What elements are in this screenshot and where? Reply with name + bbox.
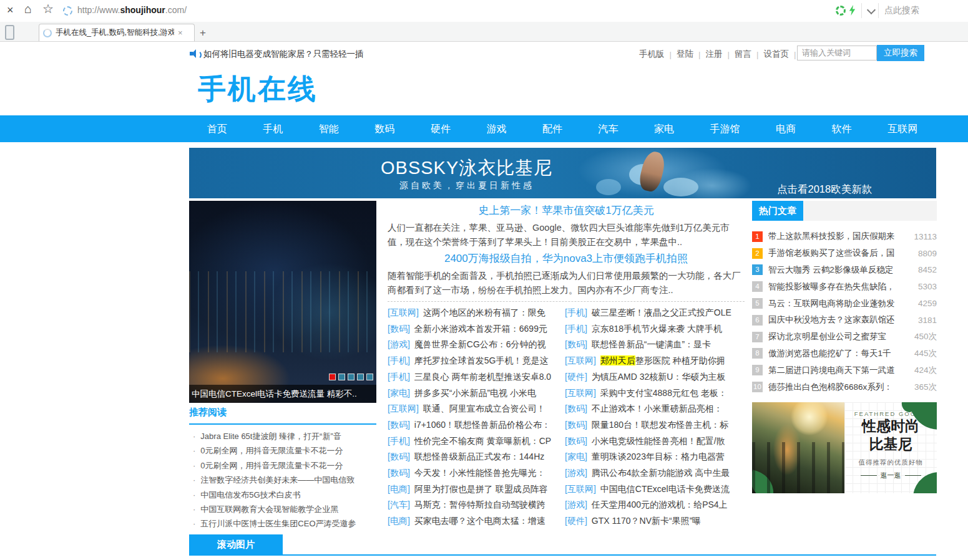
recommend-item[interactable]: ·Jabra Elite 65t捷波朗 臻律，打开“新”音: [189, 429, 376, 443]
chevron-down-icon[interactable]: [867, 6, 876, 14]
news-category-tag[interactable]: [游戏]: [565, 500, 587, 509]
news-category-tag[interactable]: [游戏]: [565, 468, 587, 478]
hot-article-row[interactable]: 1带上这款黑科技投影，国庆假期来13113: [752, 228, 937, 245]
news-category-tag[interactable]: [互联网]: [565, 484, 596, 494]
toolbar-search-input[interactable]: 点此搜索: [884, 5, 919, 16]
news-category-tag[interactable]: [手机]: [388, 436, 410, 446]
news-row[interactable]: [游戏]腾讯公布4款全新功能游戏 高中生最: [565, 465, 745, 481]
news-row[interactable]: [数码]i7+1060！联想怪兽新品价格公布：: [388, 417, 561, 433]
recommend-item[interactable]: ·中国互联网教育大会现智能教学企业黑: [189, 502, 376, 516]
news-category-tag[interactable]: [数码]: [565, 436, 587, 446]
news-category-tag[interactable]: [互联网]: [388, 307, 419, 317]
news-category-tag[interactable]: [互联网]: [388, 403, 419, 413]
news-category-tag[interactable]: [手机]: [565, 324, 587, 334]
nav-item[interactable]: 硬件: [424, 115, 457, 142]
news-category-tag[interactable]: [数码]: [565, 339, 587, 349]
site-logo[interactable]: 手机在线: [198, 70, 318, 108]
slider-dot[interactable]: [348, 374, 354, 380]
news-category-tag[interactable]: [数码]: [565, 403, 587, 413]
news-category-tag[interactable]: [汽车]: [388, 500, 410, 509]
news-category-tag[interactable]: [硬件]: [565, 372, 587, 382]
news-category-tag[interactable]: [手机]: [565, 307, 587, 317]
news-category-tag[interactable]: [家电]: [388, 388, 410, 398]
news-category-tag[interactable]: [电商]: [388, 516, 410, 526]
recommend-item[interactable]: ·中国电信发布5G技术白皮书: [189, 488, 376, 502]
ad-cta[interactable]: 逛一逛: [881, 471, 901, 480]
recommend-item[interactable]: ·五行川派中医博士医生集团CEO严涛受邀参: [189, 516, 376, 531]
news-row[interactable]: [数码]联想怪兽新品“一键满血”：显卡: [565, 337, 745, 353]
featured-headline[interactable]: 2400万海报级自拍，华为nova3上市便领跑手机拍照: [388, 253, 745, 265]
announcement-link[interactable]: 如何将旧电器变成智能家居？只需轻轻一插: [203, 49, 364, 60]
news-row[interactable]: [手机]三星良心 两年前老机型推送安卓8.0: [388, 369, 561, 385]
nav-item[interactable]: 互联网: [881, 115, 924, 142]
nav-item[interactable]: 手游馆: [704, 115, 746, 142]
news-category-tag[interactable]: [游戏]: [388, 339, 410, 349]
news-category-tag[interactable]: [数码]: [388, 451, 410, 461]
hot-article-row[interactable]: 9第二届进口跨境电商天下第一武道424次: [752, 362, 937, 379]
tab-close-icon[interactable]: ×: [178, 28, 183, 37]
recommend-item[interactable]: ·0元刷全网，用抖音无限流量卡不花一分: [189, 443, 376, 458]
news-row[interactable]: [互联网]采购中支付宝4888元红包 老板：: [565, 385, 745, 402]
hot-article-row[interactable]: 6国庆中秋没地方去？这家轰趴馆还3181: [752, 312, 937, 329]
slider-caption[interactable]: 中国电信CTExcel电话卡免费送流量 精彩不..: [189, 385, 376, 403]
nav-item[interactable]: 汽车: [592, 115, 624, 142]
news-category-tag[interactable]: [数码]: [565, 420, 587, 430]
nav-item[interactable]: 家电: [648, 115, 680, 142]
slider-dot[interactable]: [366, 374, 373, 380]
news-row[interactable]: [手机]京东818手机节火爆来袭 大牌手机: [565, 321, 745, 337]
hot-article-row[interactable]: 3智云大咖秀 云鹤2影像级单反稳定8452: [752, 262, 937, 279]
news-category-tag[interactable]: [数码]: [388, 468, 410, 478]
hot-article-row[interactable]: 7探访北京明星创业公司之蜜芽宝450次: [752, 329, 937, 345]
new-tab-button[interactable]: +: [200, 27, 206, 39]
nav-item[interactable]: 游戏: [480, 115, 512, 142]
browser-tab[interactable]: 手机在线_手机,数码,智能科技,游戏 ×: [39, 24, 195, 41]
news-row[interactable]: [手机]性价完全不输友商 黄章曝新机：CP: [388, 433, 561, 450]
news-category-tag[interactable]: [硬件]: [565, 516, 587, 526]
news-row[interactable]: [数码]联想怪兽级新品正式发布：144Hz: [388, 449, 561, 465]
featured-headline[interactable]: 史上第一家！苹果市值突破1万亿美元: [388, 205, 745, 217]
hot-article-row[interactable]: 2手游馆老板购买了这些设备后，国8809: [752, 245, 937, 262]
home-icon[interactable]: ⌂: [24, 3, 32, 14]
banner-ad[interactable]: OBSSKY泳衣比基尼 源自欧美，穿出夏日新性感 点击看2018欧美新款: [189, 148, 936, 198]
nav-item[interactable]: 配件: [536, 115, 569, 142]
news-category-tag[interactable]: [手机]: [388, 372, 410, 382]
nav-item[interactable]: 电商: [770, 115, 802, 142]
recommend-item[interactable]: ·注智数字经济共创美好未来——中国电信致: [189, 473, 376, 487]
mobile-view-icon[interactable]: [5, 25, 14, 40]
header-link[interactable]: 手机版: [639, 49, 665, 60]
hot-article-row[interactable]: 10德莎推出白色泡棉胶6686x系列：365次: [752, 379, 937, 395]
news-row[interactable]: [手机]摩托罗拉全球首发5G手机！竟是这: [388, 353, 561, 369]
news-row[interactable]: [汽车]马斯克：暂停特斯拉自动驾驶横跨: [388, 497, 561, 513]
news-row[interactable]: [互联网]联通、阿里宣布成立合资公司！: [388, 401, 561, 417]
news-category-tag[interactable]: [家电]: [565, 451, 587, 461]
news-category-tag[interactable]: [数码]: [388, 420, 410, 430]
slider-dot[interactable]: [329, 374, 336, 380]
news-category-tag[interactable]: [互联网]: [565, 355, 596, 365]
news-row[interactable]: [互联网]这两个地区的米粉有福了：限免: [388, 305, 561, 321]
news-row[interactable]: [电商]买家电去哪？这个电商太猛：增速: [388, 513, 561, 529]
scroll-images-tab[interactable]: 滚动图片: [189, 534, 283, 554]
news-row[interactable]: [硬件]GTX 1170？NV新卡“果照”曝: [565, 513, 745, 529]
hot-article-row[interactable]: 8傲游浏览器也能挖矿了：每天1千445次: [752, 345, 937, 362]
close-window-icon[interactable]: ×: [7, 4, 14, 16]
nav-item[interactable]: 智能: [313, 115, 345, 142]
bookmark-star-icon[interactable]: ☆: [42, 3, 54, 14]
news-category-tag[interactable]: [数码]: [388, 324, 410, 334]
news-row[interactable]: [硬件]为镇压AMD 32核新U：华硕为主板: [565, 369, 745, 385]
nav-item[interactable]: 软件: [826, 115, 858, 142]
news-category-tag[interactable]: [电商]: [388, 484, 410, 494]
news-row[interactable]: [互联网]中国电信CTExcel电话卡免费送流: [565, 481, 745, 498]
slider-dot[interactable]: [357, 374, 364, 380]
site-search-input[interactable]: 请输入关键词: [797, 46, 877, 60]
news-row[interactable]: [游戏]魔兽世界全新CG公布：6分钟的视: [388, 337, 561, 353]
news-row[interactable]: [数码]全新小米游戏本首发开箱：6699元: [388, 321, 561, 337]
address-bar[interactable]: http://www.shoujihour.com/: [77, 5, 187, 15]
slider-dot[interactable]: [338, 374, 345, 380]
nav-item[interactable]: 首页: [201, 115, 233, 142]
news-row[interactable]: [数码]今天发！小米性能怪兽抢先曝光：: [388, 465, 561, 481]
news-row[interactable]: [互联网]郑州天后整形医院 种植牙助你拥: [565, 353, 745, 369]
header-link[interactable]: 登陆: [677, 49, 693, 60]
news-row[interactable]: [家电]拼多多买“小米新品”电视 小米电: [388, 385, 561, 402]
news-category-tag[interactable]: [手机]: [388, 355, 410, 365]
header-link[interactable]: 设首页: [764, 49, 790, 60]
